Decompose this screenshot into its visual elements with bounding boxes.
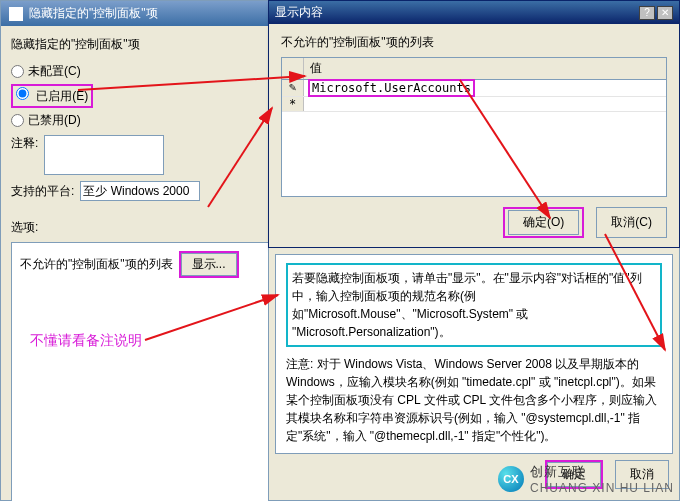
dialog-title-text: 显示内容 — [275, 4, 323, 21]
policy-body: 隐藏指定的"控制面板"项 未配置(C) 已启用(E) 已禁用(D) 注释: 支持… — [1, 26, 279, 501]
options-panel: 不允许的"控制面板"项的列表 显示... — [11, 242, 269, 501]
watermark-py: CHUANG XIN HU LIAN — [530, 481, 674, 495]
watermark-cn: 创新互联 — [530, 463, 674, 481]
grid-row-1-marker: ✎ — [282, 80, 304, 96]
highlight-show-button: 显示... — [179, 251, 239, 278]
grid-header: 值 — [282, 58, 666, 80]
radio-enabled-row[interactable]: 已启用(E) — [11, 84, 269, 108]
help-highlight-box: 若要隐藏控制面板项，请单击"显示"。在"显示内容"对话框的"值"列中，输入控制面… — [286, 263, 662, 347]
annotation-text: 不懂请看备注说明 — [30, 332, 142, 350]
grid-row-2-marker: * — [282, 97, 304, 111]
help-para-2: 注意: 对于 Windows Vista、Windows Server 2008… — [286, 355, 662, 445]
watermark-text: 创新互联 CHUANG XIN HU LIAN — [530, 463, 674, 495]
comment-textarea[interactable] — [44, 135, 164, 175]
options-label: 选项: — [11, 219, 269, 236]
dialog-caption-buttons: ? ✕ — [639, 6, 673, 20]
help-para-1: 若要隐藏控制面板项，请单击"显示"。在"显示内容"对话框的"值"列中，输入控制面… — [292, 271, 642, 339]
platform-row: 支持的平台: — [11, 181, 269, 201]
show-button[interactable]: 显示... — [181, 253, 237, 276]
radio-unconfigured-row[interactable]: 未配置(C) — [11, 63, 269, 80]
radio-disabled-row[interactable]: 已禁用(D) — [11, 112, 269, 129]
list-row: 不允许的"控制面板"项的列表 显示... — [20, 251, 260, 278]
grid-col-value: 值 — [304, 58, 666, 79]
value-grid[interactable]: 值 ✎ Microsoft.UserAccounts * — [281, 57, 667, 197]
dialog-body: 不允许的"控制面板"项的列表 值 ✎ Microsoft.UserAccount… — [269, 24, 679, 248]
platform-label: 支持的平台: — [11, 183, 74, 200]
grid-row-1-value[interactable]: Microsoft.UserAccounts — [308, 79, 475, 97]
highlight-enabled: 已启用(E) — [11, 84, 93, 108]
grid-row-2[interactable]: * — [282, 97, 666, 112]
policy-title-bar: 隐藏指定的"控制面板"项 — [1, 1, 279, 26]
help-para-3: 在 MSDN 的 http://go.microsoft.com/fwlink/… — [286, 453, 662, 454]
policy-editor-window: 隐藏指定的"控制面板"项 隐藏指定的"控制面板"项 未配置(C) 已启用(E) … — [0, 0, 280, 501]
watermark: CX 创新互联 CHUANG XIN HU LIAN — [498, 463, 674, 495]
grid-corner — [282, 58, 304, 79]
watermark-logo: CX — [498, 466, 524, 492]
radio-enabled[interactable] — [16, 87, 29, 100]
help-text: 若要隐藏控制面板项，请单击"显示"。在"显示内容"对话框的"值"列中，输入控制面… — [275, 254, 673, 454]
grid-row-1-cell[interactable]: Microsoft.UserAccounts — [304, 80, 666, 96]
close-icon[interactable]: ✕ — [657, 6, 673, 20]
dialog-title-bar: 显示内容 ? ✕ — [269, 1, 679, 24]
policy-title-text: 隐藏指定的"控制面板"项 — [29, 5, 158, 22]
show-content-dialog: 显示内容 ? ✕ 不允许的"控制面板"项的列表 值 ✎ Microsoft.Us… — [268, 0, 680, 248]
grid-row-1[interactable]: ✎ Microsoft.UserAccounts — [282, 80, 666, 97]
radio-disabled-label: 已禁用(D) — [28, 112, 81, 129]
list-label: 不允许的"控制面板"项的列表 — [20, 256, 173, 273]
comment-row: 注释: — [11, 135, 269, 175]
policy-heading: 隐藏指定的"控制面板"项 — [11, 36, 269, 53]
radio-enabled-label: 已启用(E) — [36, 89, 88, 103]
radio-disabled[interactable] — [11, 114, 24, 127]
comment-label: 注释: — [11, 135, 38, 152]
help-icon[interactable]: ? — [639, 6, 655, 20]
dialog-buttons: 确定(O) 取消(C) — [281, 207, 667, 238]
dialog-subtitle: 不允许的"控制面板"项的列表 — [281, 34, 667, 51]
platform-field — [80, 181, 200, 201]
highlight-ok-button: 确定(O) — [503, 207, 584, 238]
dialog-cancel-button[interactable]: 取消(C) — [596, 207, 667, 238]
grid-row-2-cell[interactable] — [304, 97, 666, 111]
dialog-ok-button[interactable]: 确定(O) — [508, 210, 579, 235]
radio-unconfigured-label: 未配置(C) — [28, 63, 81, 80]
radio-unconfigured[interactable] — [11, 65, 24, 78]
window-icon — [9, 7, 23, 21]
